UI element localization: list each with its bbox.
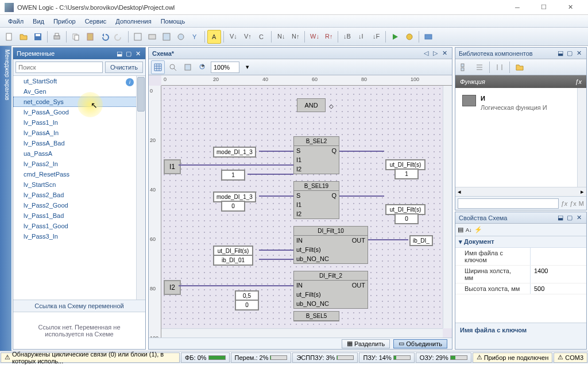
props-max-icon[interactable]: ▢ <box>566 214 574 222</box>
zoom-input[interactable] <box>211 62 239 73</box>
paste-icon[interactable] <box>83 30 97 44</box>
tool1-icon[interactable] <box>131 30 145 44</box>
pin-icon[interactable]: ⬓ <box>115 49 123 57</box>
netvar-n-icon[interactable]: N↓ <box>274 30 288 44</box>
comment-icon[interactable]: A <box>207 30 221 44</box>
read-r-icon[interactable]: R↑ <box>322 30 335 44</box>
tab-close-icon[interactable]: ✕ <box>440 49 448 57</box>
variable-item[interactable]: lv_StartScn <box>13 179 145 190</box>
fx-filter2-icon[interactable]: ƒx <box>570 200 577 207</box>
menu-addons[interactable]: Дополнения <box>111 16 156 26</box>
sim-icon[interactable] <box>421 30 435 44</box>
tool4-icon[interactable] <box>174 30 188 44</box>
block-difilt10[interactable]: DI_Filt_10 INOUT ut_Filt(s) ub_NO_NC <box>293 226 368 264</box>
m-filter-icon[interactable]: M <box>579 200 584 207</box>
io-mode1[interactable]: mode_DI_1_3 <box>213 147 256 158</box>
search-input[interactable] <box>16 62 103 73</box>
io-out1v[interactable]: 1 <box>394 168 419 179</box>
varlink-v-icon[interactable]: V↓ <box>226 30 240 44</box>
library-body[interactable]: И Логическая функция И <box>455 88 586 187</box>
panel-max-icon[interactable]: ▢ <box>125 49 133 57</box>
lib-list-icon[interactable] <box>473 60 486 74</box>
save-icon[interactable] <box>31 30 45 44</box>
schema-canvas[interactable]: I1 I2 AND ◇ B_SEL2 SQ I1 I2 B_SEL19 SQ I… <box>161 86 443 328</box>
lib-hscroll[interactable]: ◂▸ <box>455 187 586 196</box>
redo-icon[interactable] <box>112 30 126 44</box>
panel-close-icon[interactable]: ✕ <box>134 49 142 57</box>
const-icon[interactable]: C <box>255 30 269 44</box>
lib-pin-icon[interactable]: ⬓ <box>556 49 564 57</box>
close-button[interactable]: ✕ <box>557 0 583 15</box>
conv-b-icon[interactable]: ↓B <box>341 30 354 44</box>
menu-device[interactable]: Прибор <box>49 16 80 26</box>
clear-button[interactable]: Очистить <box>105 62 143 73</box>
io-out2v[interactable]: 0 <box>394 213 419 224</box>
lib-vscroll[interactable] <box>577 88 586 187</box>
variable-item[interactable]: lv_Pass2_Bad <box>13 190 145 200</box>
lib-max-icon[interactable]: ▢ <box>566 49 574 57</box>
variable-item[interactable]: lv_Pass1_Good <box>13 221 145 231</box>
props-pin-icon[interactable]: ⬓ <box>556 214 564 222</box>
tool3-icon[interactable] <box>160 30 173 44</box>
block-difilt2[interactable]: DI_Filt_2 INOUT ut_Filt(s) ub_NO_NC <box>293 271 368 309</box>
variable-item[interactable]: net_code_Sys <box>13 97 145 107</box>
canvas-hscroll[interactable] <box>161 328 443 338</box>
split-button[interactable]: ▦Разделить <box>342 339 390 348</box>
variable-item[interactable]: ua_PassA <box>13 148 145 159</box>
zoomsel-icon[interactable] <box>181 60 195 74</box>
lib-close-icon[interactable]: ✕ <box>575 49 583 57</box>
schema-tab-title[interactable]: Схема* <box>152 50 174 57</box>
io-c00[interactable]: 0 <box>235 300 259 310</box>
io-outib[interactable]: ib_DI_ <box>409 235 433 246</box>
variable-item[interactable]: Av_Gen <box>13 86 145 97</box>
tab-prev-icon[interactable]: ◁ <box>422 49 430 57</box>
variables-list[interactable]: i ut_StartSoftAv_Gennet_code_Syslv_PassA… <box>13 76 145 300</box>
run-icon[interactable] <box>388 30 402 44</box>
variable-item[interactable]: lv_Pass1_Bad <box>13 210 145 221</box>
variable-item[interactable]: cmd_ResetPass <box>13 169 145 179</box>
vars-scrollbar[interactable] <box>136 76 145 300</box>
library-item-and[interactable]: И Логическая функция И <box>460 93 582 113</box>
maximize-button[interactable]: ☐ <box>531 0 557 15</box>
prop-row-filename[interactable]: Имя файла с ключом <box>455 248 586 266</box>
minimize-button[interactable]: ─ <box>504 0 531 15</box>
props-sort-icon[interactable]: A↓ <box>466 227 472 233</box>
port-i2[interactable]: I2 <box>164 280 181 295</box>
debug-icon[interactable] <box>403 30 416 44</box>
io-c1[interactable]: 1 <box>221 170 245 181</box>
merge-button[interactable]: ▭Объединить <box>393 339 447 348</box>
block-bsel5[interactable]: B_SEL5 <box>293 311 339 321</box>
tool2-icon[interactable] <box>145 30 159 44</box>
variable-item[interactable]: lv_Pass2_Good <box>13 200 145 210</box>
variable-item[interactable]: lv_Pass3_In <box>13 231 145 241</box>
grid-icon[interactable] <box>151 60 165 74</box>
lib-tree-icon[interactable] <box>458 60 471 74</box>
canvas-vscroll[interactable] <box>443 86 452 328</box>
variable-item[interactable]: lv_Pass2_In <box>13 159 145 169</box>
block-bsel19[interactable]: B_SEL19 SQ I1 I2 <box>293 181 339 219</box>
print-icon[interactable] <box>50 30 64 44</box>
prop-row-width[interactable]: Ширина холста, мм1400 <box>455 266 586 283</box>
undo-icon[interactable] <box>98 30 111 44</box>
props-close-icon[interactable]: ✕ <box>575 214 583 222</box>
status-connection[interactable]: ⚠Прибор не подключен <box>473 352 553 363</box>
conv-f-icon[interactable]: ↓F <box>369 30 383 44</box>
copy-icon[interactable] <box>69 30 83 44</box>
status-warnings[interactable]: ⚠Обнаружены циклические связи (0) или бл… <box>1 352 180 363</box>
zoom100-icon[interactable]: + <box>196 60 210 74</box>
vars-icon[interactable]: Y <box>188 30 202 44</box>
open-icon[interactable] <box>17 30 30 44</box>
status-com[interactable]: ⚠COM3 <box>554 352 587 363</box>
prop-group-document[interactable]: ▾ Документ <box>455 236 586 248</box>
conv-i-icon[interactable]: ↓I <box>355 30 369 44</box>
lib-search-input[interactable] <box>458 198 559 209</box>
varlink-v2-icon[interactable]: V↑ <box>241 30 254 44</box>
block-and[interactable]: AND <box>297 98 326 112</box>
io-c0[interactable]: 0 <box>221 201 245 212</box>
variable-item[interactable]: lv_PassA_Bad <box>13 138 145 148</box>
info-icon[interactable]: i <box>126 78 134 86</box>
menu-file[interactable]: Файл <box>3 16 28 26</box>
write-w-icon[interactable]: W↓ <box>307 30 321 44</box>
block-bsel2[interactable]: B_SEL2 SQ I1 I2 <box>293 136 339 174</box>
menu-service[interactable]: Сервис <box>80 16 111 26</box>
